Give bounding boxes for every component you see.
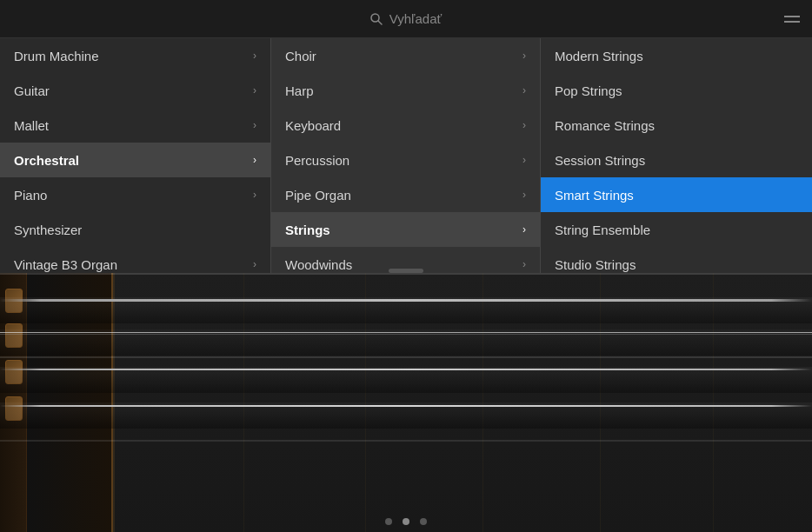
subcategory-item-harp[interactable]: Harp › [271, 73, 540, 108]
category-item-guitar[interactable]: Guitar › [0, 73, 270, 108]
subcategory-item-percussion[interactable]: Percussion › [271, 143, 540, 177]
chevron-icon: › [253, 84, 256, 96]
subcategory-item-strings[interactable]: Strings › [271, 212, 540, 247]
strings-background [0, 273, 812, 532]
category-item-drum-machine[interactable]: Drum Machine › [0, 38, 270, 73]
category-item-orchestral[interactable]: Orchestral › [0, 143, 270, 177]
category-item-piano[interactable]: Piano › [0, 177, 270, 212]
instrument-item-session-strings[interactable]: Session Strings [541, 143, 812, 177]
chevron-icon: › [253, 50, 256, 62]
subcategory-item-choir[interactable]: Choir › [271, 38, 540, 73]
instrument-item-smart-strings[interactable]: Smart Strings [541, 177, 812, 212]
chevron-icon: › [522, 258, 526, 270]
page-dot-active[interactable] [403, 518, 409, 525]
subcategory-item-pipe-organ[interactable]: Pipe Organ › [271, 177, 540, 212]
search-icon [370, 13, 383, 25]
chevron-icon: › [522, 50, 526, 62]
drag-handle[interactable] [389, 269, 423, 273]
subcategory-item-woodwinds[interactable]: Woodwinds › [271, 247, 540, 282]
instrument-item-romance-strings[interactable]: Romance Strings [541, 108, 812, 143]
instrument-view [0, 273, 812, 532]
menu-icon[interactable] [784, 16, 800, 23]
chevron-icon: › [253, 154, 256, 166]
page-dot[interactable] [420, 518, 427, 525]
chevron-icon: › [522, 119, 526, 131]
svg-line-1 [378, 21, 382, 24]
chevron-icon: › [522, 189, 526, 201]
subcategory-item-keyboard[interactable]: Keyboard › [271, 108, 540, 143]
chevron-icon: › [522, 223, 526, 236]
instrument-menu: Drum Machine › Guitar › Mallet › Orchest… [0, 38, 812, 273]
instrument-item-string-ensemble[interactable]: String Ensemble [541, 212, 812, 247]
instrument-column: Modern Strings Pop Strings Romance Strin… [541, 38, 812, 273]
chevron-icon: › [522, 84, 526, 96]
category-item-vintage-b3[interactable]: Vintage B3 Organ › [0, 247, 270, 282]
instrument-item-studio-strings[interactable]: Studio Strings [541, 247, 812, 282]
chevron-icon: › [253, 189, 256, 201]
instrument-item-modern-strings[interactable]: Modern Strings [541, 38, 812, 73]
search-bar: Vyhľadať [0, 0, 812, 38]
category-item-mallet[interactable]: Mallet › [0, 108, 270, 143]
category-column: Drum Machine › Guitar › Mallet › Orchest… [0, 38, 271, 273]
page-dots [0, 518, 812, 525]
search-input-area[interactable]: Vyhľadať [370, 11, 442, 26]
search-placeholder: Vyhľadať [389, 11, 442, 26]
subcategory-column: Choir › Harp › Keyboard › Percussion › P… [271, 38, 541, 273]
chevron-icon: › [253, 119, 256, 131]
category-item-synthesizer[interactable]: Synthesizer [0, 212, 270, 247]
page-dot[interactable] [385, 518, 392, 525]
instrument-item-pop-strings[interactable]: Pop Strings [541, 73, 812, 108]
chevron-icon: › [253, 258, 256, 270]
chevron-icon: › [522, 154, 526, 166]
